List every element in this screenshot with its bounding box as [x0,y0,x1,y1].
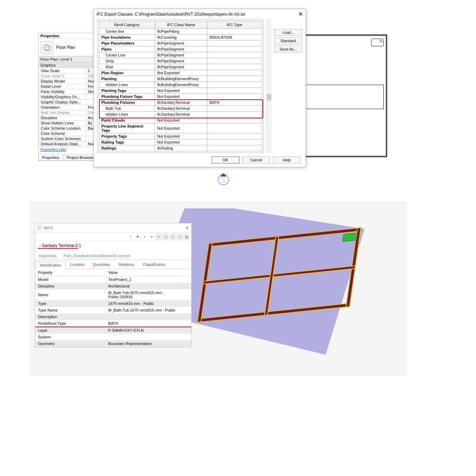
tab-properties[interactable]: Properties [39,155,62,161]
ifc-row[interactable]: Property TagsNot Exported [99,133,262,139]
info-close-icon[interactable]: ✕ [185,225,189,231]
ifc-row[interactable]: PlantingIfcBuildingElementProxy [99,76,262,82]
tool-box2-icon[interactable]: ◫ [170,234,175,239]
ifc-row[interactable]: Bath TubIfcSanitaryTerminal [99,106,262,112]
help-button[interactable]: Help [273,156,301,163]
annotation-underline-name [38,248,78,249]
properties-help-link[interactable]: Properties help [39,147,68,152]
col-value: Value [106,269,191,276]
ifc-row[interactable]: Point CloudsNot Exported [99,117,262,123]
svg-rect-0 [44,45,48,50]
ifc-row[interactable]: DropIfcPipeSegment [99,58,262,64]
tool-box1-icon[interactable]: ◫ [163,234,168,239]
scrollbar[interactable] [267,19,271,153]
object-name: Sanitary Terminal.0.1 [42,243,81,248]
hyperlinks-link[interactable]: Hyperlinks [35,252,60,259]
info-tab-quantities[interactable]: Quantities [89,261,114,269]
ifc-export-dialog: IFC Export Classes: C:\ProgramData\Autod… [93,9,306,167]
ifc-row[interactable]: Pipe PlaceholdersIfcPipeSegment [99,40,262,46]
scroll-thumb[interactable] [267,94,271,100]
ifc-row[interactable]: Planting TagsNot Exported [99,88,262,94]
info-panel: ⓘ INFO ✕ ‹ ▾ › » ⟳ ◫ ◫ ◫ ▤ ⇥ Sanitary Te… [35,223,192,347]
info-tab-location[interactable]: Location [66,261,89,269]
col-property: Property [35,269,106,276]
close-icon[interactable]: ✕ [298,11,303,17]
info-row: Predefined TypeBATH [35,320,191,327]
ifc-row[interactable]: Center lineIfcPipeFitting [99,29,262,34]
save-as-button[interactable]: Save As... [274,46,302,53]
nav-dropdown-icon[interactable]: ▾ [135,234,140,239]
compass-label-2: --- [222,180,225,183]
ifc-row[interactable]: Railing TagsNot Exported [99,139,262,145]
info-tab-identification[interactable]: Identification [35,261,66,269]
info-toolbar: ‹ ▾ › » ⟳ ◫ ◫ ◫ ▤ [35,232,191,241]
info-row: LayerP-SANR-FIXT-OTLN [35,327,191,334]
info-link-row: Hyperlinks Pset_DistributionFlowElementC… [35,252,191,260]
ifc-row[interactable]: RailingsIfcRailing [99,145,262,151]
info-tab-classification[interactable]: Classification [139,261,170,269]
info-row: ModelTestProject_1 [35,276,191,283]
floorplan-bathtub [371,39,384,46]
info-row: Description [35,314,191,320]
compass-icon[interactable]: ---- [215,171,232,188]
selected-bathtub[interactable] [343,233,356,242]
info-tab-relations[interactable]: Relations [114,261,139,269]
tool-box3-icon[interactable]: ◫ [177,234,182,239]
info-row: GeometryBoundary Representation [35,340,191,347]
nav-next-icon[interactable]: › [142,234,147,239]
info-table: Property Value ModelTestProject_1Discipl… [35,269,191,347]
ifc-row[interactable]: Property Line Segment TagsNot Exported [99,123,262,133]
info-row: Type1675 mmx815 mm - Public [35,300,191,307]
cancel-button[interactable]: Cancel [242,156,270,163]
ifc-row[interactable]: Pipe InsulationsIfcCoveringINSULATION [99,34,262,40]
info-title: INFO [44,226,53,230]
col-ifc-class[interactable]: IFC Class Name [155,21,207,29]
ifc-table-wrap: Revit Category IFC Class Name IFC Type C… [97,19,264,153]
ifc-row[interactable]: RiseIfcPipeSegment [99,64,262,70]
ifc-row[interactable]: Plumbing Fixture TagsNot Exported [99,94,262,100]
info-tabs: IdentificationLocationQuantitiesRelation… [35,261,191,269]
ifc-row[interactable]: Center LineIfcPipeSegment [99,52,262,58]
type-selector-label[interactable]: Floor Plan [56,45,75,50]
load-button[interactable]: Load... [274,29,302,36]
info-row: NameM_Bath Tub:1675 mmx815 mm - Public:2… [35,290,191,300]
ifc-classes-table[interactable]: Revit Category IFC Class Name IFC Type C… [99,21,262,151]
ifc-row[interactable]: Plumbing FixturesIfcSanitaryTerminalBATH [99,100,262,106]
tool-box4-icon[interactable]: ▤ [184,234,189,239]
floor-plan-icon [41,41,53,54]
info-row: System [35,334,191,340]
ifc-row[interactable]: PipesIfcPipeSegment [99,46,262,52]
floorplan-drawing [296,35,387,157]
info-icon: ⓘ [37,225,41,231]
standard-button[interactable]: Standard [274,37,302,44]
col-revit-category[interactable]: Revit Category [99,21,155,29]
ok-button[interactable]: OK [212,156,239,163]
ifc-row[interactable]: Plan RegionNot Exported [99,70,262,76]
info-row: Type NameM_Bath Tub:1675 mmx815 mm - Pub… [35,307,191,314]
nav-first-icon[interactable]: ‹ [128,234,133,239]
pset-link[interactable]: Pset_DistributionFlowElementCommon [60,252,191,259]
ifc-row[interactable]: Hidden LinesIfcBuildingElementProxy [99,82,262,88]
info-row: DisciplineArchitectural [35,283,191,290]
col-ifc-type[interactable]: IFC Type [207,21,262,29]
floorplan-room [299,85,384,109]
dialog-title: IFC Export Classes: C:\ProgramData\Autod… [97,12,245,17]
ifc-row[interactable]: Hidden LinesIfcSanitaryTerminal [99,112,262,117]
tool-link-icon[interactable]: ⟳ [156,234,161,239]
nav-last-icon[interactable]: » [149,234,154,239]
